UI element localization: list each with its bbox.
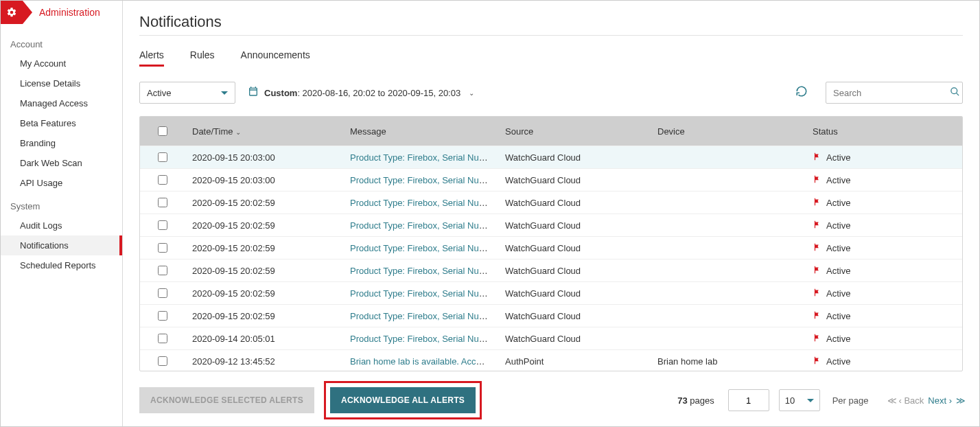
col-message[interactable]: Message bbox=[342, 126, 497, 137]
flag-icon bbox=[813, 265, 822, 277]
cell-message[interactable]: Product Type: Firebox, Serial Numb... bbox=[342, 288, 497, 299]
gear-icon bbox=[1, 1, 23, 24]
table-row[interactable]: 2020-09-14 20:05:01Product Type: Firebox… bbox=[140, 327, 962, 349]
chevron-down-icon bbox=[221, 91, 228, 95]
cell-status: Active bbox=[804, 265, 962, 277]
back-link: ‹ Back bbox=[898, 395, 924, 406]
cell-message[interactable]: Product Type: Firebox, Serial Numb... bbox=[342, 175, 497, 185]
date-prefix: Custom bbox=[264, 88, 297, 98]
cell-message[interactable]: Product Type: Firebox, Serial Numb... bbox=[342, 311, 497, 321]
cell-source: WatchGuard Cloud bbox=[497, 334, 649, 344]
footer-bar: Acknowledge Selected Alerts Acknowledge … bbox=[139, 381, 963, 419]
table-row[interactable]: 2020-09-15 20:02:59Product Type: Firebox… bbox=[140, 259, 962, 281]
table-row[interactable]: 2020-09-15 20:03:00Product Type: Firebox… bbox=[140, 146, 962, 168]
tab-rules[interactable]: Rules bbox=[190, 49, 215, 67]
table-row[interactable]: 2020-09-15 20:02:59Product Type: Firebox… bbox=[140, 191, 962, 214]
cell-datetime: 2020-09-15 20:03:00 bbox=[184, 152, 342, 163]
section-title-system: System bbox=[1, 193, 122, 216]
tab-alerts[interactable]: Alerts bbox=[139, 49, 164, 67]
cell-datetime: 2020-09-15 20:02:59 bbox=[184, 311, 342, 321]
admin-header[interactable]: Administration bbox=[1, 1, 122, 24]
cell-datetime: 2020-09-15 20:02:59 bbox=[184, 220, 342, 231]
ack-all-button[interactable]: Acknowledge All Alerts bbox=[330, 387, 476, 413]
section-title-account: Account bbox=[1, 31, 122, 54]
row-checkbox[interactable] bbox=[158, 266, 167, 275]
table-header: Date/Time⌄ Message Source Device Status bbox=[140, 117, 962, 146]
cell-status: Active bbox=[804, 288, 962, 299]
chevron-down-icon: ⌄ bbox=[469, 89, 474, 97]
sidebar-item-my-account[interactable]: My Account bbox=[1, 54, 122, 73]
cell-message[interactable]: Product Type: Firebox, Serial Numb... bbox=[342, 334, 497, 344]
sidebar-item-managed-access[interactable]: Managed Access bbox=[1, 93, 122, 113]
first-page-icon: ≪ bbox=[887, 395, 894, 406]
col-status[interactable]: Status bbox=[804, 126, 962, 137]
sidebar-item-dark-web-scan[interactable]: Dark Web Scan bbox=[1, 153, 122, 173]
row-checkbox[interactable] bbox=[158, 311, 167, 321]
flag-icon bbox=[813, 197, 822, 209]
row-checkbox[interactable] bbox=[158, 175, 167, 185]
table-row[interactable]: 2020-09-15 20:03:00Product Type: Firebox… bbox=[140, 168, 962, 191]
cell-source: WatchGuard Cloud bbox=[497, 152, 649, 163]
table-row[interactable]: 2020-09-15 20:02:59Product Type: Firebox… bbox=[140, 281, 962, 304]
row-checkbox[interactable] bbox=[158, 243, 167, 253]
sidebar: Administration Account My Account Licens… bbox=[1, 1, 123, 426]
tab-announcements[interactable]: Announcements bbox=[241, 49, 310, 67]
svg-point-0 bbox=[951, 88, 957, 94]
pagination-nav: ≪ ‹ Back Next › ≫ bbox=[887, 395, 963, 406]
col-source[interactable]: Source bbox=[497, 126, 649, 137]
cell-message[interactable]: Product Type: Firebox, Serial Numb... bbox=[342, 152, 497, 163]
row-checkbox[interactable] bbox=[158, 152, 167, 162]
select-all-checkbox[interactable] bbox=[158, 126, 167, 136]
row-checkbox[interactable] bbox=[158, 198, 167, 207]
date-range-picker[interactable]: Custom: 2020-08-16, 20:02 to 2020-09-15,… bbox=[248, 86, 474, 100]
table-row[interactable]: 2020-09-15 20:02:59Product Type: Firebox… bbox=[140, 236, 962, 259]
page-input[interactable] bbox=[728, 389, 769, 411]
row-checkbox[interactable] bbox=[158, 356, 167, 366]
row-checkbox[interactable] bbox=[158, 334, 167, 343]
refresh-icon[interactable] bbox=[795, 85, 808, 101]
pages-label: 73 pages bbox=[677, 395, 714, 406]
ack-selected-button: Acknowledge Selected Alerts bbox=[139, 387, 314, 413]
table-row[interactable]: 2020-09-12 13:45:52Brian home lab is ava… bbox=[140, 349, 962, 371]
search-box[interactable] bbox=[826, 82, 963, 104]
date-range-text: : 2020-08-16, 20:02 to 2020-09-15, 20:03 bbox=[297, 88, 460, 98]
col-datetime[interactable]: Date/Time⌄ bbox=[184, 126, 342, 137]
cell-source: AuthPoint bbox=[497, 356, 649, 367]
row-checkbox[interactable] bbox=[158, 220, 167, 230]
cell-message[interactable]: Product Type: Firebox, Serial Numb... bbox=[342, 198, 497, 208]
chevron-down-icon bbox=[807, 399, 814, 402]
table-row[interactable]: 2020-09-15 20:02:59Product Type: Firebox… bbox=[140, 304, 962, 327]
cell-source: WatchGuard Cloud bbox=[497, 311, 649, 321]
cell-message[interactable]: Product Type: Firebox, Serial Numb... bbox=[342, 243, 497, 253]
status-select-value: Active bbox=[147, 88, 171, 98]
sidebar-item-beta-features[interactable]: Beta Features bbox=[1, 113, 122, 133]
cell-message[interactable]: Product Type: Firebox, Serial Numb... bbox=[342, 266, 497, 276]
col-device[interactable]: Device bbox=[649, 126, 804, 137]
sidebar-item-audit-logs[interactable]: Audit Logs bbox=[1, 216, 122, 235]
table-row[interactable]: 2020-09-15 20:02:59Product Type: Firebox… bbox=[140, 214, 962, 236]
per-page-value: 10 bbox=[785, 395, 795, 406]
filter-row: Active Custom: 2020-08-16, 20:02 to 2020… bbox=[139, 82, 963, 104]
last-page-icon[interactable]: ≫ bbox=[956, 395, 963, 406]
cell-status: Active bbox=[804, 220, 962, 231]
row-checkbox[interactable] bbox=[158, 288, 167, 298]
sidebar-item-branding[interactable]: Branding bbox=[1, 133, 122, 153]
sidebar-item-scheduled-reports[interactable]: Scheduled Reports bbox=[1, 255, 122, 275]
ack-all-highlight: Acknowledge All Alerts bbox=[324, 381, 482, 419]
cell-source: WatchGuard Cloud bbox=[497, 266, 649, 276]
status-select[interactable]: Active bbox=[139, 82, 235, 104]
search-input[interactable] bbox=[832, 87, 950, 99]
next-link[interactable]: Next › bbox=[928, 395, 952, 406]
sidebar-item-notifications[interactable]: Notifications bbox=[1, 235, 122, 255]
cell-datetime: 2020-09-14 20:05:01 bbox=[184, 334, 342, 344]
per-page-select[interactable]: 10 bbox=[779, 389, 820, 411]
cell-source: WatchGuard Cloud bbox=[497, 220, 649, 231]
sidebar-item-license-details[interactable]: License Details bbox=[1, 73, 122, 93]
cell-datetime: 2020-09-12 13:45:52 bbox=[184, 356, 342, 367]
main-content: Notifications Alerts Rules Announcements… bbox=[123, 1, 979, 426]
cell-message[interactable]: Brian home lab is available. Account... bbox=[342, 356, 497, 367]
sidebar-item-api-usage[interactable]: API Usage bbox=[1, 173, 122, 193]
cell-message[interactable]: Product Type: Firebox, Serial Numb... bbox=[342, 220, 497, 231]
flag-icon bbox=[813, 333, 822, 345]
flag-icon bbox=[813, 174, 822, 186]
